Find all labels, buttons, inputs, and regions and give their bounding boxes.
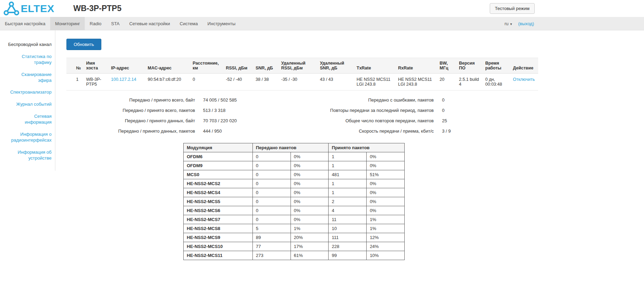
mod-rx-pct: 1% — [367, 215, 405, 224]
col-header-hostname: Имя хоста — [84, 58, 109, 74]
stat-label: Передано / принято данных, байт — [66, 118, 195, 123]
cell-rssi: -52 / -40 — [223, 74, 253, 90]
eltex-logo-icon — [3, 1, 19, 16]
stat-label: Передано с ошибками, пакетов — [294, 97, 434, 103]
ip-address-link[interactable]: 100.127.2.14 — [111, 77, 136, 82]
mod-tx: 5 — [252, 224, 291, 233]
language-selector[interactable]: ru▼ — [505, 21, 513, 26]
stat-total-bytes: Передано / принято всего, байт 74 005 / … — [66, 97, 294, 103]
mod-rx-pct: 12% — [367, 233, 405, 242]
nav-item-tools[interactable]: Инструменты — [203, 17, 240, 30]
mod-tx-pct: 0% — [291, 188, 329, 197]
table-row: OFDM6 0 0% 1 0% — [184, 152, 405, 161]
mod-tx: 273 — [252, 251, 291, 260]
main-nav: Быстрая настройка Мониторинг Radio STA С… — [0, 17, 644, 30]
cell-remote-snr: 43 / 43 — [318, 74, 354, 90]
mod-rx: 228 — [329, 242, 367, 251]
mod-name: HE-NSS2-MCS6 — [184, 206, 253, 215]
stat-label: Передано / принято данных, пакетов — [66, 128, 195, 134]
mod-tx: 0 — [252, 215, 291, 224]
mod-rx: 481 — [329, 170, 367, 179]
sidebar-item-radio-interfaces-info[interactable]: Информация о радиоинтерфейсах — [0, 128, 55, 146]
mod-name: HE-NSS2-MCS5 — [184, 197, 253, 206]
mod-rx-pct: 1% — [367, 224, 405, 233]
language-label: ru — [505, 21, 509, 26]
sidebar-item-air-scan[interactable]: Сканирование эфира — [0, 69, 55, 87]
stat-label: Повторы передачи за последний период, па… — [294, 108, 434, 113]
sidebar-item-network-info[interactable]: Сетевая информация — [0, 111, 55, 128]
stat-total-retries: Общее число повторов передачи, пакетов 2… — [294, 118, 522, 123]
refresh-button[interactable]: Обновить — [66, 39, 101, 50]
stat-label: Скорость передачи / приема, кбит/с — [294, 128, 434, 134]
col-header-mac: MAC-адрес — [145, 58, 190, 74]
mod-rx: 1 — [329, 161, 367, 170]
traffic-stats: Передано / принято всего, байт 74 005 / … — [66, 97, 522, 139]
sidebar-item-event-log[interactable]: Журнал событий — [0, 98, 55, 111]
mod-tx: 0 — [252, 152, 291, 161]
sidebar: Беспроводной канал Статистика по трафику… — [0, 30, 55, 171]
mod-tx-pct: 0% — [291, 161, 329, 170]
logout-link[interactable]: (выход) — [518, 21, 534, 26]
stat-data-bytes: Передано / принято данных, байт 70 703 /… — [66, 118, 294, 123]
mod-tx-pct: 0% — [291, 206, 329, 215]
mod-rx: 11 — [329, 215, 367, 224]
nav-item-quick-setup[interactable]: Быстрая настройка — [0, 17, 50, 30]
traffic-stats-right: Передано с ошибками, пакетов 0 Повторы п… — [294, 97, 522, 139]
mod-name: HE-NSS2-MCS11 — [184, 251, 253, 260]
eltex-logo: ELTEX — [3, 1, 54, 16]
mod-tx-pct: 0% — [291, 215, 329, 224]
stat-label: Передано / принято всего, пакетов — [66, 108, 195, 113]
link-table-header-row: № Имя хоста IP-адрес MAC-адрес Расстояни… — [66, 58, 538, 74]
sidebar-item-device-info[interactable]: Информация об устройстве — [0, 146, 55, 164]
col-header-snr: SNR, дБ — [253, 58, 279, 74]
table-row: HE-NSS2-MCS9 89 20% 111 12% — [184, 233, 405, 242]
table-row: OFDM9 0 0% 1 0% — [184, 161, 405, 170]
table-row: HE-NSS2-MCS4 0 0% 1 0% — [184, 188, 405, 197]
mod-tx-pct: 1% — [291, 224, 329, 233]
cell-bw: 20 — [437, 74, 457, 90]
page-title: WB-3P-PTP5 — [73, 4, 121, 13]
mod-name: HE-NSS2-MCS8 — [184, 224, 253, 233]
wireless-link-table: № Имя хоста IP-адрес MAC-адрес Расстояни… — [66, 58, 538, 90]
table-row: HE-NSS2-MCS10 77 17% 228 24% — [184, 242, 405, 251]
mod-tx-pct: 0% — [291, 197, 329, 206]
sidebar-item-traffic-stats[interactable]: Статистика по трафику — [0, 51, 55, 69]
nav-item-network-settings[interactable]: Сетевые настройки — [125, 17, 175, 30]
table-row: MCS0 0 0% 481 51% — [184, 170, 405, 179]
stat-retries-last-period: Повторы передачи за последний период, па… — [294, 108, 522, 113]
table-row: HE-NSS2-MCS5 0 0% 2 0% — [184, 197, 405, 206]
mod-tx-pct: 0% — [291, 152, 329, 161]
mod-rx-pct: 0% — [367, 197, 405, 206]
sidebar-item-wireless-channel[interactable]: Беспроводной канал — [0, 39, 55, 51]
cell-rxrate: HE NSS2 MCS11 LGI 243.8 — [396, 74, 437, 90]
stat-value: 513 / 3 318 — [195, 108, 294, 113]
mod-tx-pct: 20% — [291, 233, 329, 242]
nav-item-monitoring[interactable]: Мониторинг — [50, 17, 85, 30]
col-header-uptime: Время работы — [483, 58, 510, 74]
stat-label: Общее число повторов передачи, пакетов — [294, 118, 434, 123]
test-mode-button[interactable]: Тестовый режим — [490, 3, 535, 14]
link-table-row: 1 WB-3P-PTP5 100.127.2.14 90:54:b7:c6:df… — [66, 74, 538, 90]
content-area: Беспроводной канал Статистика по трафику… — [0, 30, 538, 274]
mod-rx: 1 — [329, 188, 367, 197]
col-header-rxrate: RxRate — [396, 58, 437, 74]
disconnect-link[interactable]: Отключить — [513, 77, 535, 82]
nav-item-system[interactable]: Система — [175, 17, 203, 30]
nav-item-sta[interactable]: STA — [106, 17, 124, 30]
mod-rx-pct: 0% — [367, 206, 405, 215]
main-panel: Обновить № Имя хоста IP-адрес MAC-адрес … — [55, 30, 538, 274]
mod-tx: 0 — [252, 188, 291, 197]
modulation-header-row: Модуляция Передано пакетов Принято пакет… — [184, 143, 405, 152]
mod-col-header-rx: Принято пакетов — [329, 143, 405, 152]
stat-value: 0 — [434, 97, 522, 103]
mod-tx-pct: 61% — [291, 251, 329, 260]
sidebar-item-spectrum-analyzer[interactable]: Спектроанализатор — [0, 86, 55, 98]
nav-item-radio[interactable]: Radio — [85, 17, 106, 30]
mod-tx: 0 — [252, 170, 291, 179]
col-header-ip: IP-адрес — [109, 58, 145, 74]
mod-name: HE-NSS2-MCS2 — [184, 179, 253, 188]
table-row: HE-NSS2-MCS6 0 0% 4 0% — [184, 206, 405, 215]
mod-rx: 10 — [329, 224, 367, 233]
mod-rx-pct: 10% — [367, 251, 405, 260]
col-header-fw-version: Версия ПО — [457, 58, 483, 74]
